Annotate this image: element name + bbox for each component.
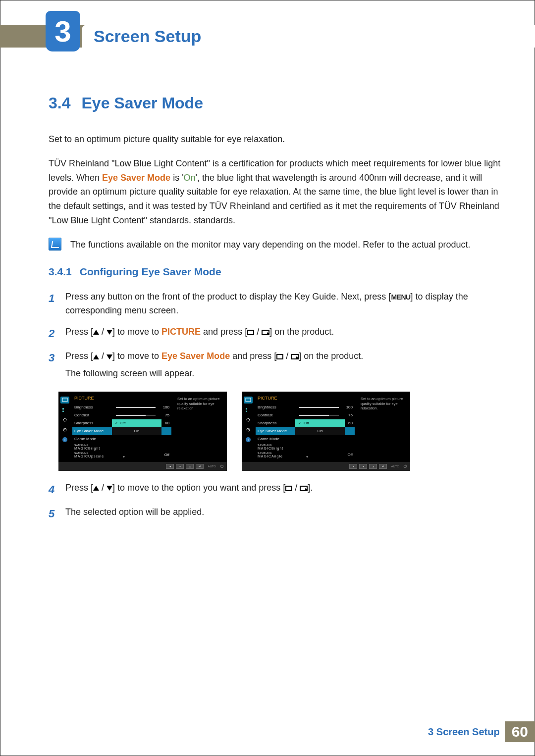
osd-sidebar: i bbox=[242, 395, 255, 460]
subsection-heading: 3.4.1 Configuring Eye Saver Mode bbox=[49, 266, 501, 278]
step-body: The selected option will be applied. bbox=[65, 505, 501, 522]
target-eye-saver: Eye Saver Mode bbox=[161, 351, 230, 361]
osd-btn-down-icon: ▾ bbox=[359, 464, 367, 469]
osd-more-icon: ▾ bbox=[123, 454, 125, 459]
note-icon bbox=[49, 238, 61, 251]
step-3: 3 Press [ / ] to move to Eye Saver Mode … bbox=[49, 349, 501, 381]
osd-power-icon bbox=[403, 464, 407, 468]
osd-auto-label: AUTO bbox=[391, 465, 399, 468]
section-heading: 3.4 Eye Saver Mode bbox=[49, 94, 501, 112]
enter-icon bbox=[300, 486, 308, 491]
enter-icon bbox=[291, 354, 299, 359]
step-body: Press any button on the front of the pro… bbox=[65, 290, 501, 318]
up-icon bbox=[93, 354, 99, 359]
osd-row-contrast: Contrast 75 bbox=[256, 411, 355, 419]
chapter-number-badge: 3 bbox=[46, 11, 80, 51]
subsection-title: Configuring Eye Saver Mode bbox=[80, 266, 221, 278]
osd-tab-picture-icon bbox=[60, 397, 69, 403]
up-icon bbox=[93, 330, 99, 335]
description-paragraph: TÜV Rheinland "Low Blue Light Content" i… bbox=[49, 156, 501, 228]
osd-right: i PICTURE Brightness 100 Contrast 75 Sha… bbox=[242, 392, 410, 471]
osd-submenu: Off On bbox=[112, 419, 161, 435]
svg-point-5 bbox=[64, 429, 65, 430]
enter-icon bbox=[262, 330, 269, 335]
up-icon bbox=[93, 486, 99, 491]
content-area: 3.4 Eye Saver Mode Set to an optimum pic… bbox=[49, 94, 501, 529]
osd-submenu: Off On bbox=[295, 419, 345, 435]
osd-left: i PICTURE Brightness 100 Contrast 75 Sha… bbox=[58, 392, 227, 471]
osd-tab-gear-icon bbox=[244, 426, 253, 433]
osd-tab-gear-icon bbox=[60, 426, 69, 433]
step-4: 4 Press [ / ] to move to the option you … bbox=[49, 481, 501, 498]
osd-tab-info-icon: i bbox=[244, 436, 253, 443]
rect-icon bbox=[247, 330, 254, 335]
step-body: Press [ / ] to move to the option you wa… bbox=[65, 481, 501, 498]
step-5: 5 The selected option will be applied. bbox=[49, 505, 501, 522]
step-number: 3 bbox=[49, 349, 56, 381]
down-icon bbox=[107, 486, 112, 491]
osd-row-brightness: Brightness 100 bbox=[72, 403, 171, 411]
svg-rect-3 bbox=[62, 411, 64, 412]
osd-more-icon: ▾ bbox=[306, 454, 308, 459]
menu-key: MENU bbox=[391, 293, 410, 301]
chapter-number: 3 bbox=[54, 14, 71, 49]
step-1: 1 Press any button on the front of the p… bbox=[49, 290, 501, 318]
osd-row-magic-bright: SAMSUNGMAGICBright bbox=[256, 443, 355, 451]
osd-tab-arrows-icon bbox=[60, 416, 69, 423]
svg-rect-13 bbox=[246, 411, 247, 412]
target-picture: PICTURE bbox=[161, 327, 201, 337]
osd-tab-picture-icon bbox=[244, 397, 253, 403]
rect-icon bbox=[276, 354, 283, 359]
step-number: 1 bbox=[49, 290, 56, 318]
chapter-title: Screen Setup bbox=[94, 27, 201, 46]
osd-row-magic-upscale: SAMSUNGMAGICUpscale Off bbox=[72, 451, 171, 459]
step-body: Press [ / ] to move to PICTURE and press… bbox=[65, 325, 501, 342]
osd-submenu-off: Off bbox=[112, 419, 161, 427]
osd-tab-arrows-icon bbox=[244, 416, 253, 423]
page-footer: 3 Screen Setup 60 bbox=[428, 721, 535, 742]
osd-sidebar: i bbox=[58, 395, 71, 460]
osd-screens: i PICTURE Brightness 100 Contrast 75 Sha… bbox=[58, 392, 501, 471]
down-icon bbox=[107, 354, 112, 359]
svg-point-15 bbox=[248, 429, 249, 430]
osd-auto-label: AUTO bbox=[208, 465, 216, 468]
svg-rect-2 bbox=[62, 409, 64, 410]
osd-btn-enter-icon: ↵ bbox=[196, 464, 204, 469]
osd-row-contrast: Contrast 75 bbox=[72, 411, 171, 419]
down-icon bbox=[107, 330, 112, 335]
osd-btn-up-icon: ▴ bbox=[369, 464, 377, 469]
emph-on: On bbox=[184, 173, 196, 183]
section-number: 3.4 bbox=[49, 94, 70, 112]
page-number: 60 bbox=[505, 721, 535, 742]
osd-submenu-on: On bbox=[295, 427, 345, 435]
svg-rect-11 bbox=[246, 408, 247, 409]
intro-paragraph: Set to an optimum picture quality suitab… bbox=[49, 132, 501, 147]
osd-header: PICTURE bbox=[72, 395, 171, 403]
osd-row-magic-angle: SAMSUNGMAGICAngle Off bbox=[256, 451, 355, 459]
osd-row-magic-bright: SAMSUNGMAGICBright bbox=[72, 443, 171, 451]
svg-rect-0 bbox=[62, 398, 67, 402]
osd-submenu-off: Off bbox=[295, 419, 345, 427]
osd-btn-down-icon: ▾ bbox=[176, 464, 184, 469]
chapter-title-wrap: Screen Setup bbox=[82, 25, 535, 48]
osd-btn-left-icon: ◂ bbox=[166, 464, 174, 469]
osd-tooltip: Set to an optimum picture quality suitab… bbox=[359, 395, 408, 413]
step-number: 2 bbox=[49, 325, 56, 342]
osd-tab-list-icon bbox=[60, 406, 69, 413]
osd-btn-left-icon: ◂ bbox=[349, 464, 357, 469]
osd-bottom-bar: ◂ ▾ ▴ ↵ AUTO bbox=[242, 462, 410, 471]
osd-tab-list-icon bbox=[244, 406, 253, 413]
step-number: 5 bbox=[49, 505, 56, 522]
osd-submenu-on: On bbox=[112, 427, 161, 435]
footer-chapter-label: 3 Screen Setup bbox=[428, 726, 500, 738]
osd-btn-enter-icon: ↵ bbox=[379, 464, 387, 469]
step-body: Press [ / ] to move to Eye Saver Mode an… bbox=[65, 349, 501, 381]
subsection-number: 3.4.1 bbox=[49, 266, 72, 278]
osd-row-game-mode: Game Mode bbox=[72, 435, 171, 443]
note-row: The functions available on the monitor m… bbox=[49, 238, 501, 252]
section-title: Eye Saver Mode bbox=[81, 94, 203, 112]
osd-tab-info-icon: i bbox=[60, 436, 69, 443]
svg-rect-10 bbox=[246, 398, 251, 402]
osd-tooltip: Set to an optimum picture quality suitab… bbox=[175, 395, 225, 413]
osd-header: PICTURE bbox=[256, 395, 355, 403]
